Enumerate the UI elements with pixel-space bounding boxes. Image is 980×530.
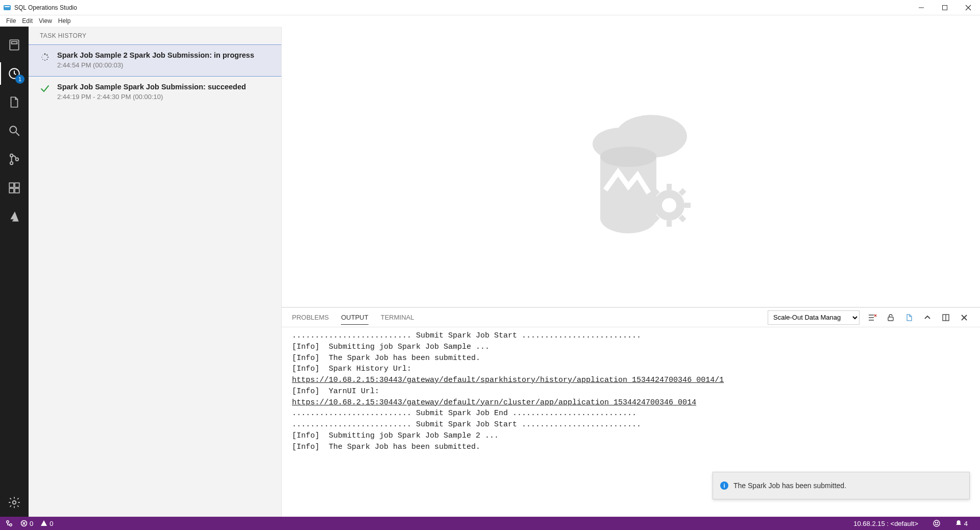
- svg-point-9: [10, 126, 16, 133]
- output-line: .......................... Submit Spark …: [292, 420, 641, 429]
- svg-rect-3: [943, 5, 947, 10]
- open-file-icon[interactable]: [903, 312, 915, 323]
- status-notifications[interactable]: 4: [955, 520, 968, 527]
- output-line: .......................... Submit Spark …: [292, 409, 636, 418]
- close-button[interactable]: [957, 0, 980, 15]
- output-line: [Info] The Spark Job has been submitted.: [292, 354, 480, 363]
- status-feedback[interactable]: [933, 519, 941, 527]
- tab-output[interactable]: OUTPUT: [341, 310, 368, 325]
- svg-line-37: [680, 216, 684, 221]
- maximize-button[interactable]: [933, 0, 957, 15]
- close-panel-icon[interactable]: [959, 312, 970, 323]
- svg-point-47: [7, 521, 9, 523]
- tab-terminal[interactable]: TERMINAL: [381, 310, 414, 324]
- collapse-panel-icon[interactable]: [922, 312, 933, 323]
- output-line: [Info] YarnUI Url:: [292, 387, 379, 396]
- watermark-icon: [554, 90, 707, 244]
- activity-search[interactable]: [0, 116, 29, 145]
- app-title: SQL Operations Studio: [14, 4, 77, 11]
- statusbar: 0 0 10.68.2.15 : <default> 4: [0, 517, 980, 530]
- activity-settings[interactable]: [0, 488, 29, 517]
- window-controls: [910, 0, 980, 15]
- svg-point-29: [600, 147, 656, 167]
- task-title: Spark Job Sample Spark Job Submission: s…: [57, 83, 246, 91]
- info-icon: i: [720, 481, 728, 490]
- sidebar-title: TASK HISTORY: [29, 27, 281, 44]
- svg-line-10: [16, 132, 19, 136]
- svg-line-36: [654, 190, 658, 194]
- status-remote[interactable]: [5, 519, 13, 527]
- output-line: [Info] Submitting job Spark Job Sample .…: [292, 343, 489, 351]
- output-line: .......................... Submit Spark …: [292, 331, 641, 340]
- activity-extensions[interactable]: [0, 174, 29, 202]
- output-channel-select[interactable]: Scale-Out Data Manag: [768, 310, 860, 325]
- task-time: 2:44:19 PM - 2:44:30 PM (00:00:10): [57, 93, 246, 101]
- status-connection[interactable]: 10.68.2.15 : <default>: [853, 520, 918, 527]
- output-link[interactable]: https://10.68.2.15:30443/gateway/default…: [292, 376, 724, 384]
- task-list: Spark Job Sample 2 Spark Job Submission:…: [29, 44, 281, 108]
- tab-problems[interactable]: PROBLEMS: [292, 310, 329, 324]
- output-line: [Info] Spark History Url:: [292, 365, 411, 373]
- svg-point-12: [10, 162, 13, 164]
- status-warnings[interactable]: 0: [40, 520, 53, 527]
- svg-rect-16: [9, 188, 14, 193]
- activitybar: 1: [0, 27, 29, 517]
- svg-rect-42: [888, 317, 893, 321]
- svg-point-19: [44, 54, 46, 55]
- editor-placeholder: [282, 27, 980, 307]
- svg-rect-7: [12, 42, 17, 44]
- output-line: [Info] Submitting job Spark Job Sample 2…: [292, 431, 499, 440]
- task-item[interactable]: Spark Job Sample Spark Job Submission: s…: [29, 77, 281, 108]
- svg-point-11: [10, 154, 13, 157]
- svg-point-18: [13, 501, 16, 504]
- sidebar-task-history: TASK HISTORY Spark Job Sample 2 Spark Jo…: [29, 27, 282, 517]
- clear-output-icon[interactable]: [867, 312, 878, 323]
- notification-toast[interactable]: i The Spark Job has been submitted.: [713, 472, 970, 499]
- svg-rect-15: [15, 183, 19, 187]
- editor-area: PROBLEMS OUTPUT TERMINAL Scale-Out Data …: [282, 27, 980, 517]
- svg-point-25: [41, 57, 42, 57]
- svg-rect-0: [4, 5, 11, 10]
- svg-point-48: [10, 524, 12, 526]
- activity-source-control[interactable]: [0, 145, 29, 174]
- menu-file[interactable]: File: [3, 16, 19, 26]
- menu-help[interactable]: Help: [55, 16, 74, 26]
- task-title: Spark Job Sample 2 Spark Job Submission:…: [57, 51, 254, 59]
- minimize-button[interactable]: [910, 0, 933, 15]
- activity-servers[interactable]: [0, 31, 29, 59]
- svg-point-24: [42, 59, 43, 60]
- svg-line-38: [654, 216, 658, 221]
- menu-edit[interactable]: Edit: [19, 16, 36, 26]
- svg-line-39: [680, 190, 684, 194]
- svg-point-54: [937, 522, 938, 523]
- svg-point-21: [47, 57, 48, 58]
- svg-point-23: [44, 60, 45, 61]
- menubar: File Edit View Help: [0, 15, 980, 27]
- svg-point-31: [662, 198, 676, 212]
- task-time: 2:44:54 PM (00:00:03): [57, 61, 254, 69]
- svg-point-13: [16, 158, 18, 160]
- activity-task-history[interactable]: 1: [0, 59, 29, 88]
- check-icon: [40, 84, 50, 94]
- task-item[interactable]: Spark Job Sample 2 Spark Job Submission:…: [29, 44, 281, 77]
- menu-view[interactable]: View: [36, 16, 55, 26]
- output-link[interactable]: https://10.68.2.15:30443/gateway/default…: [292, 398, 696, 407]
- activity-azure[interactable]: [0, 202, 29, 231]
- svg-point-20: [46, 55, 47, 56]
- svg-point-52: [934, 520, 940, 526]
- spinner-icon: [40, 52, 50, 62]
- status-errors[interactable]: 0: [20, 520, 33, 527]
- output-line: [Info] The Spark Job has been submitted.: [292, 443, 480, 451]
- svg-point-53: [935, 522, 936, 523]
- notification-message: The Spark Job has been submitted.: [733, 481, 846, 490]
- app-icon: [3, 4, 11, 12]
- svg-rect-17: [15, 188, 19, 193]
- lock-scroll-icon[interactable]: [885, 312, 896, 323]
- history-badge: 1: [15, 75, 24, 84]
- titlebar: SQL Operations Studio: [0, 0, 980, 15]
- activity-explorer[interactable]: [0, 88, 29, 116]
- toggle-panel-layout-icon[interactable]: [940, 312, 951, 323]
- svg-rect-1: [5, 6, 10, 7]
- svg-point-22: [46, 59, 47, 60]
- workspace: 1 TASK HISTORY: [0, 27, 980, 517]
